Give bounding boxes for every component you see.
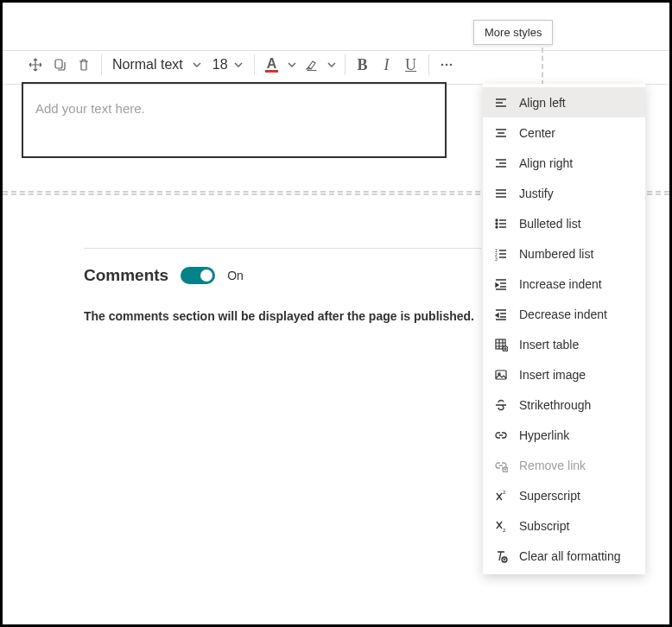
chevron-down-icon (326, 60, 337, 70)
separator (345, 54, 346, 75)
trash-icon (76, 57, 92, 73)
editor-placeholder: Add your text here. (35, 101, 145, 116)
menu-item-label: Increase indent (519, 277, 602, 291)
font-color-icon: A (265, 58, 279, 73)
svg-point-6 (496, 226, 498, 228)
comments-section: Comments On The comments section will be… (84, 248, 514, 323)
bold-icon: B (358, 56, 368, 74)
chevron-down-icon (233, 60, 244, 70)
editor-toolbar: Normal text 18 A (23, 51, 459, 79)
comments-title: Comments (84, 266, 168, 285)
menu-item-label: Hyperlink (519, 428, 569, 442)
image-icon (493, 367, 509, 383)
strikethrough-icon (493, 397, 509, 413)
duplicate-icon (52, 57, 67, 73)
svg-point-1 (441, 64, 443, 66)
align-left-icon (493, 95, 509, 111)
delete-button[interactable] (72, 53, 96, 77)
app-frame: More styles Normal text 18 (0, 0, 672, 627)
text-editor-area[interactable]: Add your text here. (22, 82, 447, 158)
menu-item-hyperlink[interactable]: Hyperlink (483, 420, 645, 450)
font-color-chevron[interactable] (284, 53, 300, 77)
menu-item-justify[interactable]: Justify (483, 178, 645, 208)
menu-item-label: Superscript (519, 489, 580, 503)
underline-icon: U (405, 56, 416, 74)
comments-description: The comments section will be displayed a… (84, 309, 514, 323)
svg-point-2 (445, 64, 447, 66)
menu-item-decrease-indent[interactable]: Decrease indent (483, 299, 645, 329)
more-styles-menu: Align left Center Align right Justify Bu… (483, 84, 645, 574)
align-right-icon (493, 155, 509, 171)
menu-item-numbered-list[interactable]: 123 Numbered list (483, 238, 645, 269)
italic-icon: I (384, 56, 390, 74)
tooltip-more-styles: More styles (473, 20, 553, 45)
divider (84, 248, 481, 249)
svg-rect-12 (496, 370, 506, 379)
menu-item-insert-image[interactable]: Insert image (483, 359, 645, 390)
menu-item-label: Remove link (519, 459, 586, 472)
clear-format-icon (493, 548, 509, 564)
bullet-list-icon (493, 216, 509, 231)
table-icon (493, 337, 509, 352)
menu-item-label: Justify (519, 187, 554, 200)
font-color-button[interactable]: A (260, 53, 284, 77)
link-icon (493, 428, 509, 443)
justify-icon (493, 186, 509, 201)
svg-point-3 (449, 64, 452, 66)
svg-text:3: 3 (495, 256, 498, 261)
svg-point-4 (496, 219, 498, 221)
font-size-dropdown[interactable]: 18 (207, 57, 249, 73)
menu-item-center[interactable]: Center (483, 117, 645, 148)
menu-item-label: Strikethrough (519, 398, 591, 412)
align-center-icon (493, 125, 509, 141)
menu-item-label: Bulleted list (519, 217, 581, 231)
decrease-indent-icon (493, 307, 509, 322)
toggle-knob (200, 269, 212, 282)
font-size-value: 18 (212, 57, 228, 73)
menu-item-label: Align left (519, 96, 566, 110)
menu-item-strikethrough[interactable]: Strikethrough (483, 390, 645, 420)
increase-indent-icon (493, 276, 509, 292)
menu-item-subscript[interactable]: 2 Subscript (483, 510, 645, 541)
menu-item-align-left[interactable]: Align left (483, 87, 645, 117)
menu-item-insert-table[interactable]: Insert table (483, 329, 645, 359)
ellipsis-icon (439, 57, 454, 73)
menu-item-increase-indent[interactable]: Increase indent (483, 269, 645, 299)
move-button[interactable] (23, 53, 48, 77)
text-style-dropdown[interactable]: Normal text (107, 57, 207, 73)
highlight-icon (304, 57, 320, 73)
highlight-color-chevron[interactable] (324, 53, 339, 77)
move-icon (28, 57, 43, 73)
menu-item-superscript[interactable]: 2 Superscript (483, 480, 645, 510)
bold-button[interactable]: B (351, 53, 375, 77)
separator (101, 54, 102, 75)
menu-item-remove-link: Remove link (483, 450, 645, 480)
separator (254, 54, 255, 75)
highlight-color-button[interactable] (300, 53, 324, 77)
menu-item-clear-formatting[interactable]: Clear all formatting (483, 541, 645, 571)
text-style-label: Normal text (112, 57, 183, 73)
duplicate-button[interactable] (48, 53, 72, 77)
menu-item-label: Clear all formatting (519, 549, 621, 563)
more-styles-button[interactable] (434, 53, 459, 77)
italic-button[interactable]: I (375, 53, 399, 77)
chevron-down-icon (192, 60, 202, 70)
comments-toggle[interactable] (181, 267, 215, 284)
underline-button[interactable]: U (399, 53, 423, 77)
menu-item-bulleted-list[interactable]: Bulleted list (483, 208, 645, 238)
svg-rect-0 (55, 60, 62, 68)
menu-item-label: Center (519, 126, 555, 140)
svg-point-5 (496, 223, 498, 225)
menu-item-label: Insert image (519, 368, 586, 382)
menu-item-label: Align right (519, 156, 573, 170)
svg-text:2: 2 (503, 490, 506, 495)
column-guide (542, 48, 543, 86)
numbered-list-icon: 123 (493, 246, 509, 262)
separator (428, 54, 429, 75)
menu-item-label: Decrease indent (519, 307, 607, 321)
menu-item-align-right[interactable]: Align right (483, 148, 645, 178)
subscript-icon: 2 (493, 518, 509, 534)
menu-item-label: Subscript (519, 519, 569, 533)
chevron-down-icon (287, 60, 297, 70)
svg-text:2: 2 (503, 528, 506, 533)
